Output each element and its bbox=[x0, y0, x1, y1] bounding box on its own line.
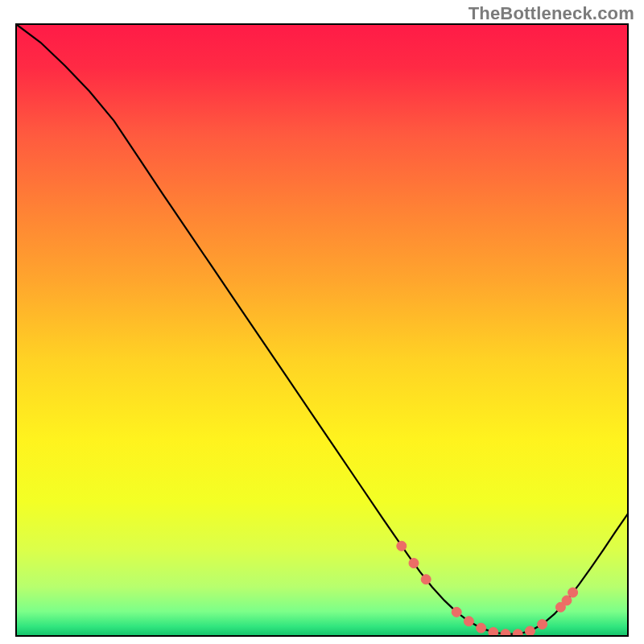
highlight-dot bbox=[409, 559, 419, 568]
chart-stage: TheBottleneck.com bbox=[0, 0, 644, 644]
highlight-dot bbox=[477, 623, 486, 633]
watermark-text: TheBottleneck.com bbox=[469, 3, 634, 24]
highlight-dot bbox=[421, 575, 431, 584]
highlight-dot bbox=[452, 607, 461, 617]
highlight-dot bbox=[525, 626, 535, 636]
highlight-dot bbox=[501, 630, 510, 639]
highlight-dot bbox=[562, 596, 572, 605]
highlight-dot bbox=[397, 541, 407, 551]
highlight-dot bbox=[513, 630, 522, 639]
bottleneck-plot bbox=[0, 0, 644, 644]
gradient-background bbox=[16, 24, 628, 636]
highlight-dot bbox=[464, 617, 473, 626]
highlight-dot bbox=[568, 588, 578, 597]
highlight-dot bbox=[538, 620, 547, 630]
